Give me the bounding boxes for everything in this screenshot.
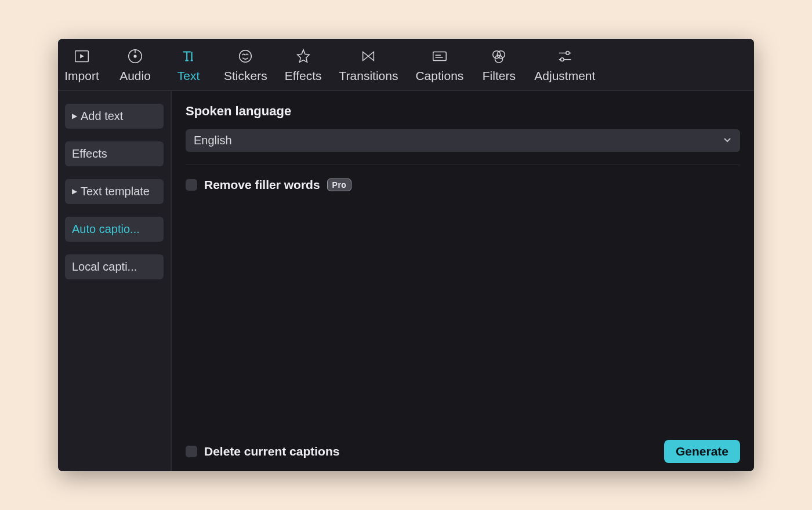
- sidebar-item-label: Auto captio...: [72, 223, 140, 236]
- svg-marker-1: [80, 54, 84, 59]
- sidebar-item-label: Add text: [81, 110, 123, 123]
- remove-filler-label: Remove filler words: [204, 178, 320, 192]
- remove-filler-row: Remove filler words Pro: [186, 178, 740, 192]
- stickers-icon: [236, 47, 255, 65]
- toolbar-effects[interactable]: Effects: [280, 45, 327, 85]
- sidebar-item-label: Effects: [72, 147, 107, 161]
- sidebar-item-text-template[interactable]: ▶ Text template: [65, 179, 164, 204]
- svg-point-10: [495, 55, 503, 63]
- divider: [186, 165, 740, 165]
- sidebar-item-label: Local capti...: [72, 260, 137, 274]
- toolbar-stickers[interactable]: Stickers: [219, 45, 272, 85]
- import-icon: [72, 47, 91, 65]
- toolbar-text[interactable]: Text: [166, 45, 211, 85]
- filters-icon: [490, 47, 508, 65]
- chevron-down-icon: [723, 134, 732, 147]
- toolbar-adjustment[interactable]: Adjustment: [530, 45, 600, 85]
- svg-point-4: [240, 50, 252, 63]
- transitions-icon: [359, 47, 378, 65]
- sidebar: ▶ Add text Effects ▶ Text template Auto …: [58, 91, 172, 471]
- toolbar-audio[interactable]: Audio: [113, 45, 158, 85]
- sidebar-item-auto-captions[interactable]: Auto captio...: [65, 217, 164, 242]
- caret-right-icon: ▶: [72, 187, 77, 195]
- caret-right-icon: ▶: [72, 112, 77, 120]
- captions-icon: [430, 47, 449, 65]
- sidebar-item-label: Text template: [81, 185, 150, 198]
- delete-captions-row: Delete current captions: [186, 445, 339, 458]
- toolbar-filters[interactable]: Filters: [476, 45, 521, 85]
- svg-point-9: [498, 51, 505, 59]
- svg-point-14: [560, 58, 564, 61]
- sidebar-item-local-captions[interactable]: Local capti...: [65, 254, 164, 279]
- toolbar-label: Filters: [483, 69, 516, 83]
- body: ▶ Add text Effects ▶ Text template Auto …: [58, 91, 754, 471]
- remove-filler-checkbox[interactable]: [186, 179, 197, 191]
- app-window: Import Audio Text Stickers Effects: [58, 39, 754, 471]
- svg-point-12: [566, 52, 570, 55]
- svg-point-8: [493, 51, 501, 59]
- toolbar-label: Effects: [285, 69, 322, 83]
- delete-captions-checkbox[interactable]: [186, 446, 197, 457]
- delete-captions-label: Delete current captions: [204, 445, 339, 458]
- pro-badge: Pro: [327, 178, 352, 191]
- adjustment-icon: [556, 47, 574, 65]
- toolbar-label: Text: [177, 69, 200, 83]
- toolbar-import[interactable]: Import: [59, 45, 104, 85]
- language-select-value: English: [194, 134, 232, 147]
- toolbar-label: Audio: [119, 69, 151, 83]
- text-icon: [179, 47, 198, 65]
- top-toolbar: Import Audio Text Stickers Effects: [58, 39, 754, 91]
- audio-icon: [126, 47, 144, 65]
- svg-rect-5: [433, 52, 447, 61]
- sidebar-item-add-text[interactable]: ▶ Add text: [65, 104, 164, 129]
- main-panel: Spoken language English Remove filler wo…: [172, 91, 754, 471]
- svg-point-3: [134, 55, 136, 57]
- sidebar-item-effects[interactable]: Effects: [65, 141, 164, 166]
- section-title: Spoken language: [186, 104, 740, 119]
- toolbar-label: Transitions: [339, 69, 398, 83]
- toolbar-label: Adjustment: [534, 69, 595, 83]
- footer: Delete current captions Generate: [186, 433, 740, 463]
- toolbar-transitions[interactable]: Transitions: [335, 45, 403, 85]
- generate-button[interactable]: Generate: [664, 440, 740, 463]
- toolbar-captions[interactable]: Captions: [411, 45, 468, 85]
- toolbar-label: Captions: [415, 69, 463, 83]
- language-select[interactable]: English: [186, 129, 740, 152]
- toolbar-label: Stickers: [224, 69, 267, 83]
- effects-icon: [294, 47, 313, 65]
- toolbar-label: Import: [64, 69, 99, 83]
